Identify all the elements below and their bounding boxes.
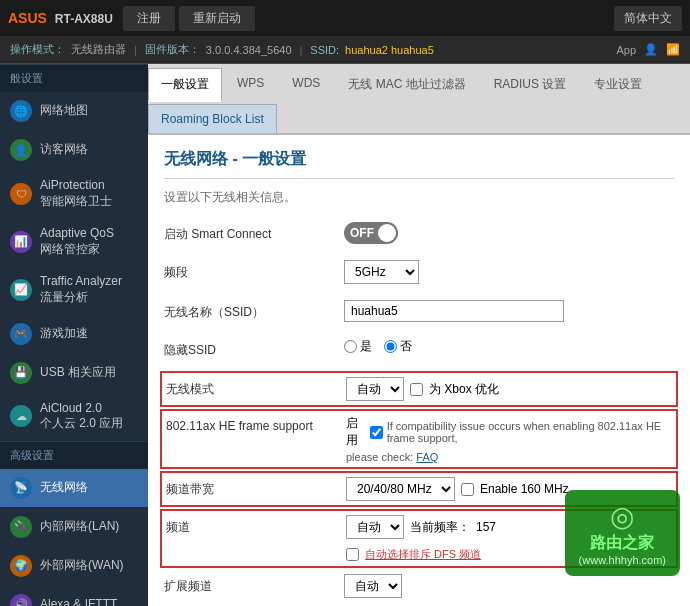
content-area: 一般设置 WPS WDS 无线 MAC 地址过滤器 RADIUS 设置 专业设置… <box>148 64 690 606</box>
reboot-button[interactable]: 重新启动 <box>179 6 255 31</box>
firmware-label: 固件版本： <box>145 42 200 57</box>
mode-label: 操作模式： <box>10 42 65 57</box>
tab-wps[interactable]: WPS <box>224 68 277 100</box>
xbox-optimize-label: 为 Xbox 优化 <box>429 381 499 398</box>
smart-connect-label: 启动 Smart Connect <box>164 222 344 243</box>
hide-ssid-row: 隐藏SSID 是 否 <box>164 334 674 363</box>
ssid-label: SSID: <box>310 44 339 56</box>
bandwidth-select[interactable]: 20/40/80 MHz 20 MHz 40 MHz 80 MHz <box>346 477 455 501</box>
wan-label: 外部网络(WAN) <box>40 558 124 574</box>
section-general: 般设置 <box>0 64 148 92</box>
channel-label: 频道 <box>166 515 346 536</box>
smart-connect-control: OFF <box>344 222 674 244</box>
channel-control: 自动 当前频率： 157 自动选择排斥 DFS 频道 <box>346 515 672 562</box>
bandwidth-control: 20/40/80 MHz 20 MHz 40 MHz 80 MHz Enable… <box>346 477 672 501</box>
hide-ssid-no[interactable]: 否 <box>384 338 412 355</box>
adaptive-qos-label: Adaptive QoS网络管控家 <box>40 226 114 257</box>
section-advanced: 高级设置 <box>0 441 148 469</box>
firmware-value: 3.0.0.4.384_5640 <box>206 44 292 56</box>
he-frame-label: 802.11ax HE frame support <box>166 415 346 433</box>
logo-asus: ASUS <box>8 10 47 26</box>
xbox-optimize-checkbox[interactable] <box>410 383 423 396</box>
he-frame-hint: If compatibility issue occurs when enabl… <box>387 420 672 444</box>
bandwidth-row: 频道带宽 20/40/80 MHz 20 MHz 40 MHz 80 MHz E… <box>160 471 678 507</box>
sidebar-item-traffic-analyzer[interactable]: 📈 Traffic Analyzer流量分析 <box>0 266 148 314</box>
language-button[interactable]: 简体中文 <box>614 6 682 31</box>
wireless-icon: 📡 <box>10 477 32 499</box>
sidebar-item-lan[interactable]: 🔌 内部网络(LAN) <box>0 508 148 547</box>
tab-radius[interactable]: RADIUS 设置 <box>481 68 580 100</box>
hide-ssid-no-radio[interactable] <box>384 340 397 353</box>
usb-apps-icon: 💾 <box>10 362 32 384</box>
enable-160mhz-checkbox[interactable] <box>461 483 474 496</box>
user-icon: 👤 <box>644 43 658 56</box>
dfs-hint: 自动选择排斥 DFS 频道 <box>365 547 481 562</box>
signal-icon: 📶 <box>666 43 680 56</box>
ext-channel-control: 自动 <box>344 574 674 598</box>
sidebar-item-aiprotection[interactable]: 🛡 AiProtection智能网络卫士 <box>0 170 148 218</box>
tab-roaming[interactable]: Roaming Block List <box>148 104 277 133</box>
ext-channel-label: 扩展频道 <box>164 574 344 595</box>
network-map-label: 网络地图 <box>40 103 88 119</box>
topbar: ASUS RT-AX88U 注册 重新启动 简体中文 <box>0 0 690 36</box>
he-frame-checkbox[interactable] <box>370 426 383 439</box>
ext-channel-select[interactable]: 自动 <box>344 574 402 598</box>
sidebar-item-aicloud[interactable]: ☁ AiCloud 2.0个人云 2.0 应用 <box>0 393 148 441</box>
ssid-input[interactable] <box>344 300 564 322</box>
sidebar-item-guest-network[interactable]: 👤 访客网络 <box>0 131 148 170</box>
statusbar: 操作模式： 无线路由器 | 固件版本： 3.0.0.4.384_5640 | S… <box>0 36 690 64</box>
aicloud-icon: ☁ <box>10 405 32 427</box>
current-channel-label: 当前频率： <box>410 519 470 536</box>
app-icons: App 👤 📶 <box>616 43 680 56</box>
tab-general[interactable]: 一般设置 <box>148 68 222 102</box>
wireless-mode-row: 无线模式 自动 为 Xbox 优化 <box>160 371 678 407</box>
app-label: App <box>616 44 636 56</box>
sidebar-item-game-boost[interactable]: 🎮 游戏加速 <box>0 315 148 354</box>
wireless-mode-select[interactable]: 自动 <box>346 377 404 401</box>
page-title: 无线网络 - 一般设置 <box>164 149 674 179</box>
sidebar-item-adaptive-qos[interactable]: 📊 Adaptive QoS网络管控家 <box>0 218 148 266</box>
main-layout: 般设置 🌐 网络地图 👤 访客网络 🛡 AiProtection智能网络卫士 📊… <box>0 64 690 606</box>
toggle-knob <box>378 224 396 242</box>
tab-wds[interactable]: WDS <box>279 68 333 100</box>
hide-ssid-yes-radio[interactable] <box>344 340 357 353</box>
channel-select[interactable]: 自动 <box>346 515 404 539</box>
register-button[interactable]: 注册 <box>123 6 175 31</box>
he-frame-hint2: please check: <box>346 451 413 463</box>
smart-connect-toggle[interactable]: OFF <box>344 222 398 244</box>
faq-link[interactable]: FAQ <box>416 451 438 463</box>
band-row: 频段 2.4GHz 5GHz <box>164 256 674 288</box>
band-select[interactable]: 2.4GHz 5GHz <box>344 260 419 284</box>
hide-ssid-control: 是 否 <box>344 338 674 355</box>
logo-model: RT-AX88U <box>55 12 113 26</box>
hide-ssid-label: 隐藏SSID <box>164 338 344 359</box>
network-map-icon: 🌐 <box>10 100 32 122</box>
sidebar-item-alexa[interactable]: 🔊 Alexa & IFTTT <box>0 586 148 606</box>
channel-row: 频道 自动 当前频率： 157 自动选择排斥 DFS 频道 <box>160 509 678 568</box>
lan-icon: 🔌 <box>10 516 32 538</box>
dfs-exclude-checkbox[interactable] <box>346 548 359 561</box>
wireless-label: 无线网络 <box>40 480 88 496</box>
adaptive-qos-icon: 📊 <box>10 231 32 253</box>
aicloud-label: AiCloud 2.0个人云 2.0 应用 <box>40 401 123 432</box>
ssid-row: 无线名称（SSID） <box>164 296 674 326</box>
alexa-label: Alexa & IFTTT <box>40 597 117 606</box>
sidebar-item-wireless[interactable]: 📡 无线网络 <box>0 469 148 508</box>
tab-bar: 一般设置 WPS WDS 无线 MAC 地址过滤器 RADIUS 设置 专业设置… <box>148 64 690 135</box>
ext-channel-row: 扩展频道 自动 <box>164 570 674 602</box>
enable-160mhz-label: Enable 160 MHz <box>480 482 569 496</box>
wireless-mode-label: 无线模式 <box>166 377 346 398</box>
aiprotection-icon: 🛡 <box>10 183 32 205</box>
tab-mac-filter[interactable]: 无线 MAC 地址过滤器 <box>335 68 478 100</box>
sidebar-item-usb-apps[interactable]: 💾 USB 相关应用 <box>0 354 148 393</box>
band-label: 频段 <box>164 260 344 281</box>
wan-icon: 🌍 <box>10 555 32 577</box>
current-channel-value: 157 <box>476 520 496 534</box>
game-boost-label: 游戏加速 <box>40 326 88 342</box>
sidebar-item-wan[interactable]: 🌍 外部网络(WAN) <box>0 547 148 586</box>
tab-professional[interactable]: 专业设置 <box>581 68 655 100</box>
hide-ssid-yes[interactable]: 是 <box>344 338 372 355</box>
alexa-icon: 🔊 <box>10 594 32 606</box>
sidebar-item-network-map[interactable]: 🌐 网络地图 <box>0 92 148 131</box>
he-frame-row: 802.11ax HE frame support 启用 If compatib… <box>160 409 678 469</box>
